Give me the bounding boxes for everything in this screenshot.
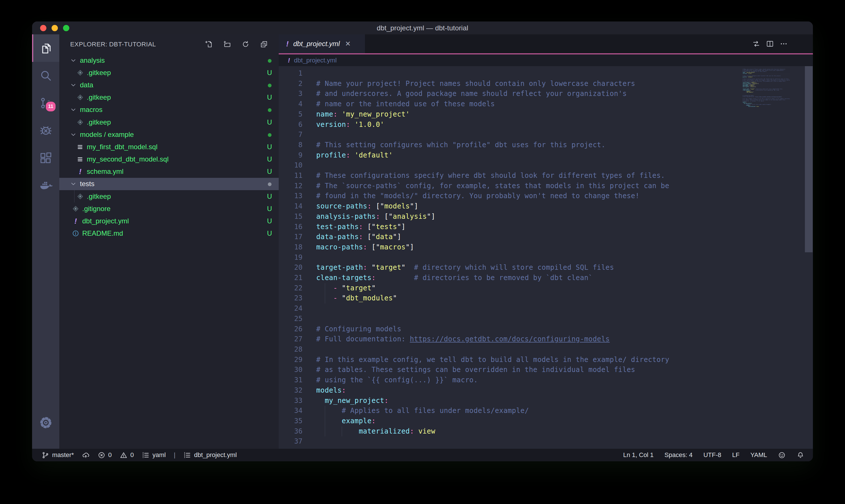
tree-item-label: data <box>80 81 93 89</box>
code-token: : <box>372 274 376 282</box>
tree-file-my-first-dbt-model-sql[interactable]: my_first_dbt_model.sqlU <box>59 141 279 153</box>
activity-settings[interactable] <box>32 413 59 433</box>
tree-folder-tests[interactable]: tests <box>59 178 279 190</box>
code-token: macros <box>380 243 406 251</box>
docs-link[interactable]: https://docs.getdbt.com/docs/configuring… <box>410 335 610 343</box>
code-line-16: test-paths: ["tests"] <box>316 222 669 232</box>
git-untracked-badge: U <box>266 229 273 237</box>
tree-file-dbt-project-yml[interactable]: !dbt_project.ymlU <box>59 215 279 227</box>
docs-link[interactable]: https://docs.getdbt.com/docs/configuring… <box>755 96 782 97</box>
code-token: 'default' <box>748 76 753 78</box>
zoom-window-button[interactable] <box>63 25 69 31</box>
split-editor-icon[interactable] <box>766 40 774 48</box>
code-token: view <box>418 427 435 435</box>
tree-file-schema-yml[interactable]: !schema.ymlU <box>59 165 279 178</box>
activity-explorer[interactable] <box>32 34 59 62</box>
tree-item-label: .gitkeep <box>87 69 111 77</box>
status-notifications[interactable] <box>796 451 804 459</box>
minimize-window-button[interactable] <box>52 25 58 31</box>
tree-file--gitkeep[interactable]: .gitkeepU <box>59 190 279 202</box>
new-folder-icon[interactable] <box>223 40 231 48</box>
more-actions-icon[interactable] <box>780 40 788 48</box>
new-file-icon[interactable] <box>205 40 213 48</box>
code-token <box>743 92 745 93</box>
activity-extensions[interactable] <box>32 144 59 172</box>
activity-docker[interactable] <box>32 172 59 199</box>
tree-item-label: .gitkeep <box>87 193 111 200</box>
tree-item-label: .gitkeep <box>87 118 111 126</box>
code-token: [" <box>372 202 384 210</box>
chevron-down-icon <box>70 131 77 138</box>
status-yaml-schema[interactable]: yaml <box>142 451 165 459</box>
code-token: view <box>756 106 759 107</box>
line-number: 8 <box>279 140 303 150</box>
code-token: dbt_modules <box>747 92 753 93</box>
code-line-1 <box>316 69 669 79</box>
status-left: master*00yaml|dbt_project.yml <box>41 451 237 459</box>
code-token: version <box>743 73 747 74</box>
line-number: 13 <box>279 191 303 201</box>
git-untracked-badge: U <box>266 167 273 176</box>
tree-file--gitkeep[interactable]: .gitkeepU <box>59 67 279 79</box>
code-line-13: # found in the "models/" directory. You … <box>316 191 669 201</box>
code-line-7 <box>316 130 669 140</box>
open-changes-icon[interactable] <box>752 40 760 48</box>
code-token: [" <box>367 243 380 251</box>
title-bar[interactable]: dbt_project.yml — dbt-tutorial <box>32 21 813 34</box>
tree-folder-analysis[interactable]: analysis <box>59 54 279 67</box>
indent-guide <box>325 283 325 293</box>
code-editor[interactable]: 1234567891011121314151617181920212223242… <box>279 66 813 449</box>
code-line-35: example: <box>316 416 669 426</box>
tab-dbt-project-yml[interactable]: ! dbt_project.yml ✕ <box>279 34 365 53</box>
status-language-mode[interactable]: YAML <box>751 451 767 459</box>
status-yaml-file[interactable]: dbt_project.yml <box>183 451 237 459</box>
status-warnings[interactable]: 0 <box>120 451 134 459</box>
tree-file-readme-md[interactable]: README.mdU <box>59 227 279 240</box>
status-label: Spaces: 4 <box>665 451 693 459</box>
close-tab-icon[interactable]: ✕ <box>345 40 350 48</box>
editor-actions <box>752 34 788 53</box>
info-file-icon <box>72 230 79 237</box>
tree-file--gitkeep[interactable]: .gitkeepU <box>59 116 279 128</box>
tree-file--gitignore[interactable]: .gitignoreU <box>59 202 279 215</box>
code-token: # directory which will store compiled SQ… <box>406 264 614 271</box>
tree-item-label: dbt_project.yml <box>82 217 129 225</box>
breadcrumb-file[interactable]: dbt_project.yml <box>294 57 337 64</box>
code-token: # Full documentation: <box>743 96 755 97</box>
sql-file-icon <box>76 143 84 151</box>
chevron-down-icon <box>70 81 77 89</box>
status-cursor-position[interactable]: Ln 1, Col 1 <box>623 451 653 459</box>
breadcrumb[interactable]: ! dbt_project.yml <box>279 54 813 66</box>
code-token: : <box>363 243 367 251</box>
status-encoding[interactable]: UTF-8 <box>703 451 721 459</box>
status-indentation[interactable]: Spaces: 4 <box>665 451 693 459</box>
tree-folder-models-example[interactable]: models / example <box>59 128 279 141</box>
minimap[interactable]: # Name your project! Project names shoul… <box>743 68 804 116</box>
line-number-gutter: 1234567891011121314151617181920212223242… <box>279 69 303 447</box>
tree-folder-macros[interactable]: macros <box>59 104 279 116</box>
status-git-branch[interactable]: master* <box>41 451 74 459</box>
code-token: dbt_modules <box>346 294 393 302</box>
collapse-folders-icon[interactable] <box>260 40 268 48</box>
git-file-icon <box>76 69 84 76</box>
activity-search[interactable] <box>32 62 59 89</box>
activity-run-debug[interactable] <box>32 117 59 144</box>
status-tweet-feedback[interactable] <box>778 451 786 459</box>
status-publish-changes[interactable] <box>82 451 90 459</box>
status-errors[interactable]: 0 <box>98 451 112 459</box>
code-token: " <box>367 264 376 271</box>
tree-file-my-second-dbt-model-sql[interactable]: my_second_dbt_model.sqlU <box>59 153 279 165</box>
code-token: macro-paths <box>316 243 363 251</box>
tree-file--gitkeep[interactable]: .gitkeepU <box>59 91 279 104</box>
code-token: macros <box>751 86 755 87</box>
status-eol[interactable]: LF <box>732 451 740 459</box>
close-window-button[interactable] <box>40 25 47 31</box>
line-number: 11 <box>279 171 303 181</box>
editor-scrollbar[interactable] <box>805 66 813 252</box>
refresh-explorer-icon[interactable] <box>242 40 250 48</box>
line-number: 7 <box>279 130 303 140</box>
tree-folder-data[interactable]: data <box>59 79 279 91</box>
activity-source-control[interactable]: 11 <box>32 89 59 117</box>
git-file-icon <box>76 94 84 101</box>
status-label: yaml <box>152 451 165 459</box>
